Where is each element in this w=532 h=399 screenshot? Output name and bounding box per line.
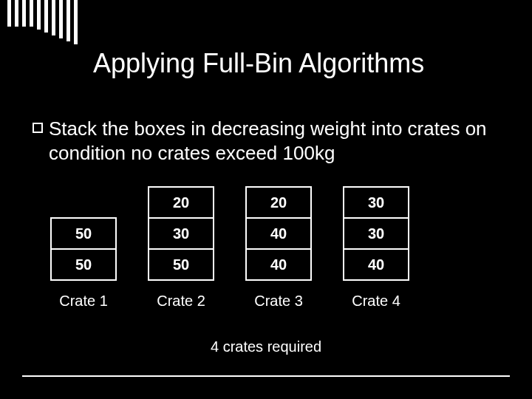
bullet-text: Stack the boxes in decreasing weight int… — [49, 117, 502, 165]
crate-label: Crate 3 — [254, 293, 303, 310]
bullet-item: Stack the boxes in decreasing weight int… — [33, 117, 502, 165]
decorative-comb-graphic — [7, 0, 81, 44]
crate-stack: 203050 — [148, 186, 214, 281]
box-cell: 40 — [245, 217, 312, 250]
crate-label: Crate 2 — [157, 293, 205, 310]
crate-stack: 204040 — [245, 186, 312, 281]
box-cell: 30 — [148, 217, 214, 250]
box-cell: 40 — [343, 248, 409, 281]
crate-stack: 5050 — [50, 217, 117, 281]
box-cell: 20 — [148, 186, 214, 219]
box-cell: 30 — [343, 186, 409, 219]
crate: 303040Crate 4 — [343, 186, 409, 310]
box-cell: 40 — [245, 248, 312, 281]
crate: 5050Crate 1 — [50, 186, 117, 310]
crate-label: Crate 4 — [352, 293, 400, 310]
box-cell: 50 — [148, 248, 214, 281]
crate: 204040Crate 3 — [245, 186, 312, 310]
crate: 203050Crate 2 — [148, 186, 214, 310]
crate-stack: 303040 — [343, 186, 409, 281]
slide-title: Applying Full-Bin Algorithms — [93, 49, 510, 78]
footer-divider — [22, 375, 510, 377]
box-cell: 50 — [50, 248, 117, 281]
box-cell: 30 — [343, 217, 409, 250]
crates-diagram: 5050Crate 1203050Crate 2204040Crate 3303… — [50, 186, 409, 310]
box-cell: 50 — [50, 217, 117, 250]
box-cell: 20 — [245, 186, 312, 219]
crate-label: Crate 1 — [59, 293, 108, 310]
bullet-square-icon — [33, 123, 43, 133]
summary-text: 4 crates required — [0, 338, 532, 355]
